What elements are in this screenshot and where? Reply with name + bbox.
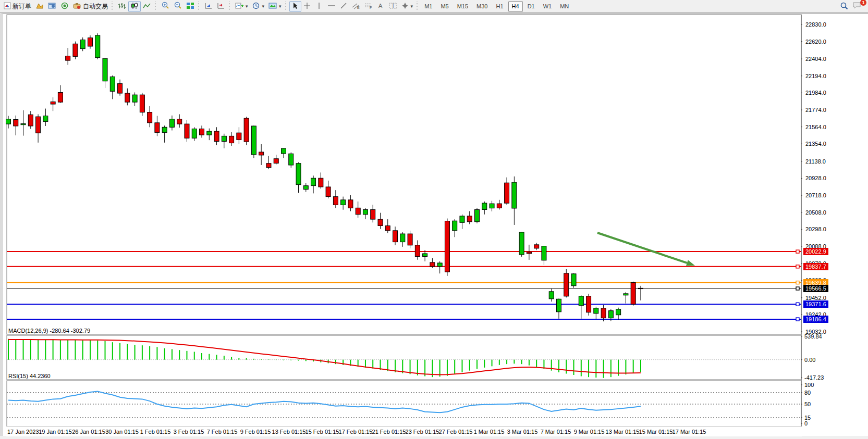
cursor-button[interactable] bbox=[289, 1, 301, 12]
profiles-button[interactable] bbox=[33, 1, 46, 12]
candle-body bbox=[14, 120, 18, 126]
trendline-button[interactable] bbox=[338, 1, 350, 12]
time-axis-label: 1 Feb 01:15 bbox=[140, 429, 171, 435]
candle-body bbox=[385, 226, 390, 231]
arrows-button[interactable] bbox=[399, 1, 415, 12]
timeframe-M5[interactable]: M5 bbox=[437, 1, 452, 12]
cursor-icon bbox=[292, 2, 298, 11]
time-axis-label: 15 Feb 01:15 bbox=[305, 429, 339, 435]
candle-body bbox=[259, 152, 264, 155]
market-watch-button[interactable] bbox=[46, 1, 58, 12]
candle-body bbox=[58, 92, 63, 102]
time-axis-label: 13 Feb 01:15 bbox=[272, 429, 306, 435]
equidistant-channel-button[interactable]: E bbox=[350, 1, 362, 12]
search-button[interactable] bbox=[838, 1, 850, 12]
candle-body bbox=[51, 102, 55, 104]
svg-text:F: F bbox=[370, 6, 372, 9]
price-tick-label: 20718.0 bbox=[805, 192, 826, 198]
zoom-out-icon bbox=[174, 2, 182, 11]
vertical-line-icon bbox=[316, 2, 322, 11]
time-axis-label: 15 Mar 01:15 bbox=[639, 429, 673, 435]
hline-handle[interactable] bbox=[796, 250, 799, 253]
macd-axis-label: 539.84 bbox=[804, 333, 822, 340]
tile-windows-icon bbox=[186, 2, 194, 11]
navigator-button[interactable] bbox=[58, 1, 71, 12]
timeframe-MN[interactable]: MN bbox=[556, 1, 572, 12]
time-axis[interactable]: 17 Jan 202319 Jan 01:1526 Jan 01:1530 Ja… bbox=[6, 427, 802, 436]
hline-handle[interactable] bbox=[796, 303, 799, 306]
candle-body bbox=[445, 221, 449, 272]
candle-body bbox=[475, 209, 480, 221]
zoom-out-button[interactable] bbox=[172, 1, 184, 12]
chart-shift-button[interactable] bbox=[215, 1, 227, 12]
candle-body bbox=[631, 283, 635, 305]
zoom-in-button[interactable] bbox=[159, 1, 172, 12]
hline-price-label: 19837.7 bbox=[803, 263, 828, 270]
candle-body bbox=[21, 123, 26, 124]
templates-button[interactable] bbox=[266, 1, 284, 12]
timeframe-group: M1M5M15M30H1H4D1W1MN bbox=[421, 1, 572, 12]
price-axis[interactable]: 22830.022620.022404.022194.021984.021774… bbox=[802, 15, 868, 427]
text-button[interactable]: A bbox=[375, 1, 387, 12]
timeframe-H1[interactable]: H1 bbox=[493, 1, 507, 12]
candle-body bbox=[512, 182, 517, 208]
candle-body bbox=[303, 186, 308, 190]
price-tick-label: 21564.0 bbox=[805, 124, 826, 130]
price-tick-label: 21984.0 bbox=[805, 90, 826, 96]
candle-body bbox=[229, 136, 234, 143]
candle-body bbox=[453, 221, 457, 231]
hline-handle[interactable] bbox=[796, 265, 799, 268]
candle-body bbox=[527, 252, 531, 254]
candle-body bbox=[214, 131, 219, 141]
timeframe-W1[interactable]: W1 bbox=[540, 1, 556, 12]
auto-trading-button[interactable]: 自动交易 bbox=[71, 1, 110, 12]
timeframe-D1[interactable]: D1 bbox=[524, 1, 539, 12]
timeframe-M15[interactable]: M15 bbox=[454, 1, 472, 12]
crosshair-button[interactable] bbox=[301, 1, 313, 12]
notification-badge: 1 bbox=[860, 0, 866, 6]
indicators-button[interactable] bbox=[233, 1, 250, 12]
hline-handle[interactable] bbox=[796, 281, 799, 284]
candle-body bbox=[430, 262, 435, 267]
candle-body bbox=[408, 234, 412, 245]
candle-body bbox=[73, 44, 78, 56]
candle-body bbox=[586, 296, 591, 312]
periods-button[interactable] bbox=[250, 1, 267, 12]
timeframe-M1[interactable]: M1 bbox=[421, 1, 436, 12]
periods-icon bbox=[252, 2, 260, 11]
bar-chart-button[interactable] bbox=[116, 1, 128, 12]
rsi-pane-border bbox=[7, 381, 801, 427]
fibonacci-button[interactable]: F bbox=[362, 1, 375, 12]
candle-body bbox=[564, 273, 569, 296]
candle-body bbox=[177, 119, 182, 124]
chart-canvas[interactable] bbox=[3, 14, 868, 436]
main-pane-border bbox=[7, 15, 801, 334]
candle-body bbox=[80, 40, 85, 48]
hline-handle[interactable] bbox=[796, 287, 799, 290]
notifications-button[interactable]: 1 bbox=[850, 1, 863, 12]
time-axis-label: 17 Jan 2023 bbox=[7, 429, 39, 435]
timeframe-H4[interactable]: H4 bbox=[508, 1, 523, 12]
candle-body bbox=[400, 234, 405, 242]
candlestick-chart-button[interactable] bbox=[128, 1, 141, 12]
auto-scroll-button[interactable] bbox=[202, 1, 215, 12]
time-axis-label: 3 Feb 01:15 bbox=[174, 429, 204, 435]
new-order-icon bbox=[4, 2, 11, 11]
vertical-line-button[interactable] bbox=[313, 1, 325, 12]
rsi-axis-label: 100 bbox=[804, 382, 814, 388]
text-label-icon: T bbox=[389, 2, 397, 11]
horizontal-line-button[interactable] bbox=[325, 1, 338, 12]
candle-body bbox=[482, 203, 487, 209]
tile-windows-button[interactable] bbox=[184, 1, 197, 12]
line-chart-button[interactable] bbox=[141, 1, 153, 12]
hline-handle[interactable] bbox=[796, 318, 799, 321]
rsi-axis-label: 0 bbox=[804, 420, 808, 427]
candle-body bbox=[237, 133, 241, 140]
new-order-button[interactable]: 新订单 bbox=[2, 1, 33, 12]
candle-body bbox=[549, 292, 554, 299]
text-label-button[interactable]: T bbox=[387, 1, 399, 12]
trendline-icon bbox=[340, 2, 347, 11]
price-tick-label: 21138.0 bbox=[805, 158, 826, 165]
timeframe-M30[interactable]: M30 bbox=[473, 1, 491, 12]
candle-body bbox=[571, 274, 576, 286]
